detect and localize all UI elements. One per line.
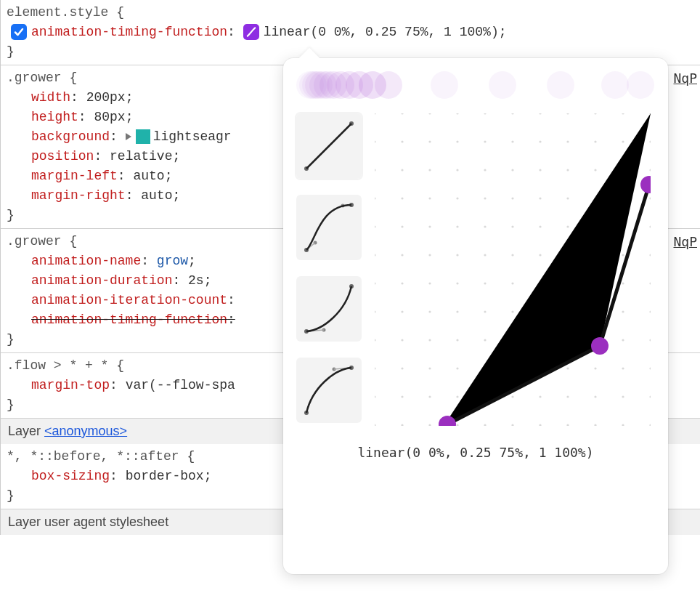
svg-point-62: [428, 225, 431, 227]
svg-point-22: [539, 113, 541, 115]
preset-ease-out[interactable]: [296, 358, 362, 423]
preset-ease-in[interactable]: [296, 276, 362, 342]
declaration[interactable]: animation-timing-function: linear(0 0%, …: [7, 23, 694, 42]
svg-point-25: [622, 113, 624, 115]
svg-point-24: [594, 113, 596, 115]
selector: element.style: [7, 5, 108, 20]
svg-point-44: [539, 169, 541, 171]
property-value[interactable]: linear(0 0%, 0.25 75%, 1 100%): [264, 25, 499, 39]
svg-point-126: [375, 395, 376, 398]
svg-point-64: [484, 225, 486, 227]
preset-linear[interactable]: [296, 113, 362, 179]
svg-point-139: [428, 424, 431, 426]
svg-point-141: [484, 424, 486, 426]
svg-point-144: [566, 424, 569, 426]
svg-point-33: [539, 140, 541, 142]
svg-point-43: [511, 169, 513, 171]
svg-point-71: [375, 254, 376, 256]
svg-point-80: [622, 254, 624, 256]
preset-list: [296, 113, 362, 432]
property-name[interactable]: animation-timing-function: [31, 25, 227, 39]
svg-point-136: [649, 395, 651, 398]
svg-point-54: [511, 197, 513, 199]
svg-point-107: [456, 339, 458, 341]
svg-point-123: [594, 367, 596, 369]
svg-point-30: [456, 140, 458, 142]
svg-point-61: [401, 225, 403, 227]
svg-point-85: [456, 282, 458, 284]
control-point-1[interactable]: [591, 337, 609, 355]
svg-point-138: [401, 424, 403, 426]
svg-point-92: [649, 282, 651, 284]
selector: .grower: [7, 70, 62, 85]
svg-point-52: [456, 197, 458, 199]
svg-point-49: [375, 197, 376, 199]
anonymous-layer-link[interactable]: <anonymous>: [44, 424, 127, 438]
svg-point-60: [375, 225, 376, 227]
svg-point-16: [375, 113, 376, 115]
selector: .flow > * + *: [7, 358, 108, 373]
svg-point-134: [594, 395, 596, 398]
svg-point-96: [456, 310, 458, 312]
timing-preview: [296, 71, 655, 100]
svg-point-56: [566, 197, 569, 199]
svg-point-21: [511, 113, 513, 115]
svg-point-66: [539, 225, 541, 227]
svg-point-23: [566, 113, 569, 115]
svg-point-135: [622, 395, 624, 398]
svg-point-117: [428, 367, 431, 369]
preset-ease[interactable]: [296, 195, 362, 260]
enable-checkbox[interactable]: [11, 24, 27, 40]
svg-point-48: [649, 169, 651, 171]
svg-point-93: [375, 310, 376, 312]
svg-point-114: [649, 339, 651, 341]
svg-point-94: [401, 310, 403, 312]
svg-point-128: [428, 395, 431, 398]
svg-point-28: [401, 140, 403, 142]
curve-editor[interactable]: [375, 113, 655, 432]
svg-point-137: [375, 424, 376, 426]
svg-point-98: [511, 310, 513, 312]
svg-point-124: [622, 367, 624, 369]
selector: .grower: [7, 234, 62, 249]
svg-point-46: [594, 169, 596, 171]
svg-point-77: [539, 254, 541, 256]
svg-point-70: [649, 225, 651, 227]
svg-point-45: [566, 169, 569, 171]
svg-point-42: [484, 169, 486, 171]
svg-point-129: [456, 395, 458, 398]
svg-point-34: [566, 140, 569, 142]
easing-value-display: linear(0 0%, 0.25 75%, 1 100%): [296, 443, 655, 462]
svg-point-91: [622, 282, 624, 284]
easing-swatch-icon[interactable]: [243, 24, 259, 40]
svg-point-39: [401, 169, 403, 171]
svg-point-75: [484, 254, 486, 256]
svg-point-108: [484, 339, 486, 341]
svg-point-29: [428, 140, 431, 142]
svg-point-106: [428, 339, 431, 341]
svg-point-37: [649, 140, 651, 142]
disclosure-triangle-icon[interactable]: [126, 133, 131, 140]
color-swatch-icon[interactable]: [136, 129, 150, 144]
svg-point-84: [428, 282, 431, 284]
source-link[interactable]: NqP: [673, 68, 697, 88]
svg-point-55: [539, 197, 541, 199]
svg-point-50: [401, 197, 403, 199]
svg-point-131: [511, 395, 513, 398]
svg-point-122: [566, 367, 569, 369]
svg-point-82: [375, 282, 376, 284]
svg-point-18: [428, 113, 431, 115]
control-point-2[interactable]: [640, 176, 651, 193]
svg-point-95: [428, 310, 431, 312]
svg-point-118: [456, 367, 458, 369]
svg-point-76: [511, 254, 513, 256]
svg-point-72: [401, 254, 403, 256]
source-link[interactable]: NqP: [673, 232, 697, 251]
svg-point-125: [649, 367, 651, 369]
svg-point-113: [622, 339, 624, 341]
svg-point-35: [594, 140, 596, 142]
open-brace: {: [116, 5, 124, 20]
rule-block: element.style { animation-timing-functio…: [1, 0, 700, 65]
svg-point-116: [401, 367, 403, 369]
svg-point-127: [401, 395, 403, 398]
